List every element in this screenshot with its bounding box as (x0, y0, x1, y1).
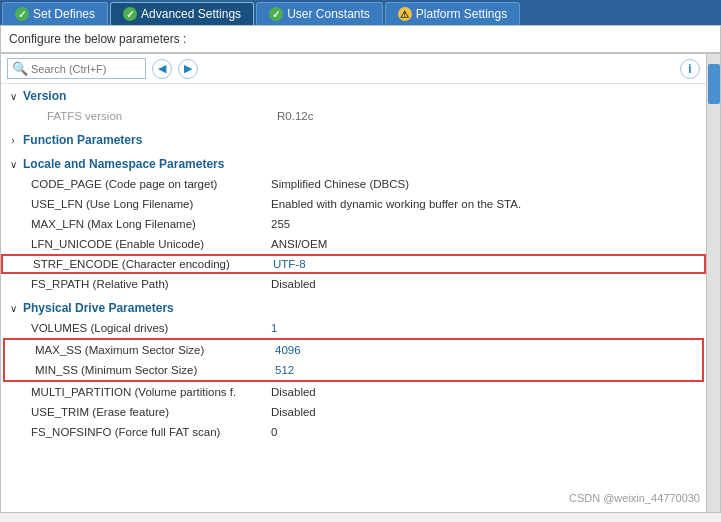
lfn-unicode-name: LFN_UNICODE (Enable Unicode) (31, 238, 271, 250)
locale-namespace-section: ∨ Locale and Namespace Parameters CODE_P… (1, 152, 706, 296)
use-trim-value: Disabled (271, 406, 316, 418)
use-lfn-name: USE_LFN (Use Long Filename) (31, 198, 271, 210)
info-button[interactable]: i (680, 59, 700, 79)
tab-set-defines[interactable]: ✓ Set Defines (2, 2, 108, 25)
sector-size-group: MAX_SS (Maximum Sector Size) 4096 MIN_SS… (3, 338, 704, 382)
volumes-row[interactable]: VOLUMES (Logical drives) 1 (1, 318, 706, 338)
strf-encode-row[interactable]: STRF_ENCODE (Character encoding) UTF-8 (1, 254, 706, 274)
locale-namespace-header[interactable]: ∨ Locale and Namespace Parameters (1, 154, 706, 174)
multi-partition-name: MULTI_PARTITION (Volume partitions f. (31, 386, 271, 398)
tab-user-constants-icon: ✓ (269, 7, 283, 21)
code-page-value: Simplified Chinese (DBCS) (271, 178, 409, 190)
use-lfn-value: Enabled with dynamic working buffer on t… (271, 198, 521, 210)
function-parameters-label: Function Parameters (23, 133, 142, 147)
lfn-unicode-value: ANSI/OEM (271, 238, 327, 250)
code-page-name: CODE_PAGE (Code page on target) (31, 178, 271, 190)
fs-rpath-row[interactable]: FS_RPATH (Relative Path) Disabled (1, 274, 706, 294)
search-input-wrapper[interactable]: 🔍 (7, 58, 146, 79)
max-lfn-name: MAX_LFN (Max Long Filename) (31, 218, 271, 230)
code-page-row[interactable]: CODE_PAGE (Code page on target) Simplifi… (1, 174, 706, 194)
max-ss-name: MAX_SS (Maximum Sector Size) (35, 344, 275, 356)
version-expand-icon: ∨ (5, 88, 21, 104)
tab-advanced-settings-icon: ✓ (123, 7, 137, 21)
function-parameters-expand-icon: › (5, 132, 21, 148)
fatfs-version-name: FATFS version (47, 110, 277, 122)
physical-drive-label: Physical Drive Parameters (23, 301, 174, 315)
tab-user-constants-label: User Constants (287, 7, 370, 21)
search-icon: 🔍 (12, 61, 28, 76)
main-content: 🔍 ◀ ▶ i ∨ Version FATFS version R0.12c (0, 53, 721, 513)
locale-namespace-label: Locale and Namespace Parameters (23, 157, 224, 171)
version-section: ∨ Version FATFS version R0.12c (1, 84, 706, 128)
nav-back-button[interactable]: ◀ (152, 59, 172, 79)
tab-advanced-settings[interactable]: ✓ Advanced Settings (110, 2, 254, 25)
function-parameters-header[interactable]: › Function Parameters (1, 130, 706, 150)
max-ss-value: 4096 (275, 344, 301, 356)
scrollbar-thumb[interactable] (708, 64, 720, 104)
min-ss-row[interactable]: MIN_SS (Minimum Sector Size) 512 (5, 360, 702, 380)
max-lfn-row[interactable]: MAX_LFN (Max Long Filename) 255 (1, 214, 706, 234)
watermark: CSDN @weixin_44770030 (569, 492, 700, 504)
locale-namespace-expand-icon: ∨ (5, 156, 21, 172)
left-panel: 🔍 ◀ ▶ i ∨ Version FATFS version R0.12c (1, 54, 706, 512)
min-ss-name: MIN_SS (Minimum Sector Size) (35, 364, 275, 376)
multi-partition-value: Disabled (271, 386, 316, 398)
use-trim-row[interactable]: USE_TRIM (Erase feature) Disabled (1, 402, 706, 422)
use-lfn-row[interactable]: USE_LFN (Use Long Filename) Enabled with… (1, 194, 706, 214)
use-trim-name: USE_TRIM (Erase feature) (31, 406, 271, 418)
search-input[interactable] (31, 63, 141, 75)
fatfs-version-row: FATFS version R0.12c (1, 106, 706, 126)
version-label: Version (23, 89, 66, 103)
lfn-unicode-row[interactable]: LFN_UNICODE (Enable Unicode) ANSI/OEM (1, 234, 706, 254)
scrollbar-track[interactable] (708, 54, 720, 512)
physical-drive-section: ∨ Physical Drive Parameters VOLUMES (Log… (1, 296, 706, 444)
function-parameters-section: › Function Parameters (1, 128, 706, 152)
fs-nofsinfo-value: 0 (271, 426, 277, 438)
strf-encode-value: UTF-8 (273, 258, 306, 270)
search-bar: 🔍 ◀ ▶ i (1, 54, 706, 84)
configure-text: Configure the below parameters : (9, 32, 186, 46)
volumes-value: 1 (271, 322, 277, 334)
fs-rpath-value: Disabled (271, 278, 316, 290)
nav-back-icon: ◀ (158, 62, 166, 75)
scrollbar[interactable] (706, 54, 720, 512)
tab-platform-settings-label: Platform Settings (416, 7, 507, 21)
volumes-name: VOLUMES (Logical drives) (31, 322, 271, 334)
nav-forward-button[interactable]: ▶ (178, 59, 198, 79)
tab-set-defines-label: Set Defines (33, 7, 95, 21)
strf-encode-name: STRF_ENCODE (Character encoding) (33, 258, 273, 270)
tab-user-constants[interactable]: ✓ User Constants (256, 2, 383, 25)
fs-nofsinfo-row[interactable]: FS_NOFSINFO (Force full FAT scan) 0 (1, 422, 706, 442)
info-icon: i (688, 62, 691, 76)
tab-platform-settings-icon: ⚠ (398, 7, 412, 21)
fatfs-version-value: R0.12c (277, 110, 313, 122)
fs-nofsinfo-name: FS_NOFSINFO (Force full FAT scan) (31, 426, 271, 438)
tab-advanced-settings-label: Advanced Settings (141, 7, 241, 21)
nav-forward-icon: ▶ (184, 62, 192, 75)
min-ss-value: 512 (275, 364, 294, 376)
max-lfn-value: 255 (271, 218, 290, 230)
tab-set-defines-icon: ✓ (15, 7, 29, 21)
tab-platform-settings[interactable]: ⚠ Platform Settings (385, 2, 520, 25)
configure-bar: Configure the below parameters : (0, 25, 721, 53)
multi-partition-row[interactable]: MULTI_PARTITION (Volume partitions f. Di… (1, 382, 706, 402)
max-ss-row[interactable]: MAX_SS (Maximum Sector Size) 4096 (5, 340, 702, 360)
version-header[interactable]: ∨ Version (1, 86, 706, 106)
fs-rpath-name: FS_RPATH (Relative Path) (31, 278, 271, 290)
physical-drive-header[interactable]: ∨ Physical Drive Parameters (1, 298, 706, 318)
tab-bar: ✓ Set Defines ✓ Advanced Settings ✓ User… (0, 0, 721, 25)
physical-drive-expand-icon: ∨ (5, 300, 21, 316)
